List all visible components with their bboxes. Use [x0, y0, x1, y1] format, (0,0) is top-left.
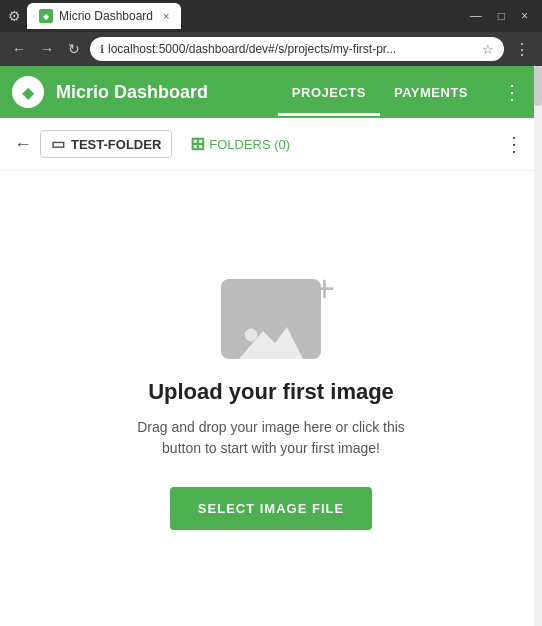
breadcrumb-bar: ← ▭ TEST-FOLDER ⊞ FOLDERS (0) ⋮	[0, 118, 542, 171]
app-container: Micrio Dashboard PROJECTS PAYMENTS ⋮ ← ▭…	[0, 66, 542, 626]
security-icon: ℹ	[100, 43, 104, 56]
current-folder-chip[interactable]: ▭ TEST-FOLDER	[40, 130, 172, 158]
upload-title: Upload your first image	[148, 379, 394, 405]
window-controls: — □ ×	[464, 7, 534, 25]
window-close-button[interactable]: ×	[515, 7, 534, 25]
plus-icon: +	[314, 271, 335, 307]
url-bar[interactable]: ℹ localhost:5000/dashboard/dev#/s/projec…	[90, 37, 504, 61]
app-title: Micrio Dashboard	[56, 82, 266, 103]
refresh-button[interactable]: ↻	[64, 39, 84, 59]
url-text: localhost:5000/dashboard/dev#/s/projects…	[108, 42, 478, 56]
minimize-button[interactable]: —	[464, 7, 488, 25]
app-header: Micrio Dashboard PROJECTS PAYMENTS ⋮	[0, 66, 542, 118]
svg-point-1	[245, 328, 258, 341]
address-bar: ← → ↻ ℹ localhost:5000/dashboard/dev#/s/…	[0, 32, 542, 66]
add-folders-button[interactable]: ⊞ FOLDERS (0)	[180, 129, 300, 159]
restore-button[interactable]: □	[492, 7, 511, 25]
app-nav: PROJECTS PAYMENTS	[278, 69, 482, 116]
scrollbar[interactable]	[534, 66, 542, 626]
add-folder-icon: ⊞	[190, 133, 205, 155]
upload-icon-container: +	[221, 279, 321, 359]
browser-tab[interactable]: Micrio Dashboard ×	[27, 3, 181, 29]
mountain-icon	[221, 319, 321, 359]
nav-projects[interactable]: PROJECTS	[278, 69, 380, 116]
tab-label: Micrio Dashboard	[59, 9, 153, 23]
add-folders-label: FOLDERS (0)	[209, 137, 290, 152]
app-logo	[12, 76, 44, 108]
scrollbar-thumb[interactable]	[534, 66, 542, 106]
main-content: + Upload your first image Drag and drop …	[0, 171, 542, 626]
back-button[interactable]: ←	[8, 39, 30, 59]
browser-icon: ⚙	[8, 8, 21, 24]
forward-button[interactable]: →	[36, 39, 58, 59]
upload-description: Drag and drop your image here or click t…	[131, 417, 411, 459]
title-bar: ⚙ Micrio Dashboard × — □ ×	[0, 0, 542, 32]
folder-icon: ▭	[51, 135, 65, 153]
tab-favicon	[39, 9, 53, 23]
folder-name: TEST-FOLDER	[71, 137, 161, 152]
app-menu-button[interactable]: ⋮	[494, 72, 530, 112]
select-image-button[interactable]: SELECT IMAGE FILE	[170, 487, 372, 530]
breadcrumb-back-button[interactable]: ←	[14, 134, 32, 155]
bookmark-icon[interactable]: ☆	[482, 42, 494, 57]
tab-close-button[interactable]: ×	[163, 10, 169, 22]
browser-menu-button[interactable]: ⋮	[510, 38, 534, 61]
nav-payments[interactable]: PAYMENTS	[380, 69, 482, 116]
breadcrumb-more-button[interactable]: ⋮	[500, 128, 528, 160]
upload-image-icon	[221, 279, 321, 359]
